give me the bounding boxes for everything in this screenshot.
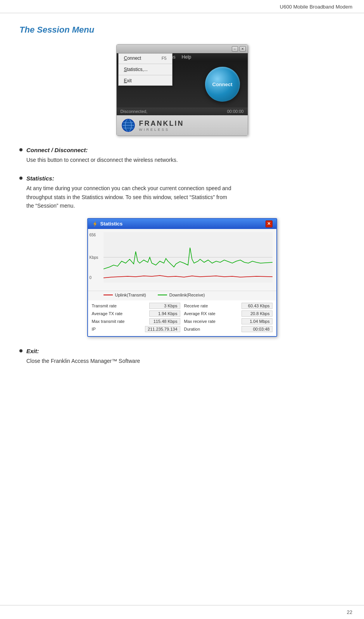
receive-rate-value: 60.43 Kbps [242, 303, 273, 309]
duration-label: Duration [184, 327, 200, 331]
page-footer: 22 [0, 605, 364, 619]
stats-titlebar: Statistics ✕ [88, 219, 276, 229]
franklin-sub: WIRELESS [139, 128, 184, 132]
ip-label: IP [92, 327, 96, 331]
menu-help[interactable]: Help [182, 54, 191, 60]
bullet-item-statistics: Statistics: [19, 175, 345, 182]
uplink-line-icon [104, 295, 113, 295]
chart-y-top: 656 [90, 233, 96, 237]
downlink-label: Downlink(Receive) [169, 293, 205, 297]
status-bar: Disconnected, 00:00:00 [117, 108, 248, 115]
bullet-connect: Connect / Disconnect: Use this button to… [19, 147, 345, 164]
page-header: U600 Mobile Broadband Modem [0, 0, 364, 13]
app-window: – ✕ Session Tools Options Help Connect F… [116, 44, 248, 136]
stats-title-left: Statistics [92, 221, 123, 227]
avg-rx-label: Average RX rate [184, 311, 216, 316]
max-rx-value: 1.04 Mbps [242, 318, 273, 324]
main-content: The Session Menu – ✕ Session Tools Optio… [0, 13, 364, 392]
section-title: The Session Menu [19, 25, 345, 35]
status-text: Disconnected, [121, 109, 148, 114]
bullet-dot-statistics [19, 177, 22, 180]
transmit-rate-label: Transmit rate [92, 303, 117, 308]
stats-cell-max-tx: Max transmit rate 115.48 Kbps [92, 318, 180, 324]
menubar-area: Session Tools Options Help Connect F5 St… [117, 53, 248, 61]
duration-value: 00:03:48 [242, 326, 273, 332]
minimize-button[interactable]: – [232, 46, 238, 52]
avg-tx-value: 1.94 Kbps [149, 310, 180, 317]
transmit-rate-value: 3 Kbps [149, 303, 180, 309]
chart-y-zero: 0 [90, 276, 92, 280]
legend-downlink: Downlink(Receive) [158, 293, 205, 297]
connect-label: Connect [124, 55, 141, 61]
menu-divider-1 [119, 64, 172, 64]
globe-icon [121, 118, 135, 132]
connect-shortcut: F5 [162, 56, 167, 61]
legend-uplink: Uplink(Transmit) [104, 293, 146, 297]
stats-row-3: IP 211.235.79.134 Duration 00:03:48 [92, 326, 273, 332]
stats-row-1: Average TX rate 1.94 Kbps Average RX rat… [92, 310, 273, 317]
menu-item-statistics[interactable]: Statistics,... [119, 65, 172, 74]
connect-button-label: Connect [212, 81, 233, 87]
connect-button[interactable]: Connect [205, 67, 240, 102]
stats-row-2: Max transmit rate 115.48 Kbps Max receiv… [92, 318, 273, 324]
stats-body-line2: throughput stats in the Statistics windo… [26, 194, 227, 200]
stats-cell-transmit-rate: Transmit rate 3 Kbps [92, 303, 180, 309]
app-screenshot-container: – ✕ Session Tools Options Help Connect F… [19, 44, 345, 136]
bullet-exit: Exit: Close the Franklin Access Manager™… [19, 348, 345, 365]
bullet-item-connect: Connect / Disconnect: [19, 147, 345, 153]
stats-cell-max-rx: Max receive rate 1.04 Mbps [184, 318, 273, 324]
uplink-label: Uplink(Transmit) [115, 293, 146, 297]
stats-window: Statistics ✕ 656 Kbps 0 [87, 218, 277, 337]
close-button[interactable]: ✕ [240, 46, 246, 52]
app-titlebar: – ✕ [117, 45, 248, 53]
stats-screenshot-container: Statistics ✕ 656 Kbps 0 [19, 218, 345, 337]
bullet-body-connect: Use this button to connect or disconnect… [26, 156, 345, 164]
statistics-label: Statistics,... [124, 67, 148, 72]
stats-window-title: Statistics [100, 221, 123, 227]
session-dropdown: Connect F5 Statistics,... Exit [118, 53, 173, 86]
stats-close-button[interactable]: ✕ [266, 220, 273, 227]
ip-value: 211.235.79.134 [145, 326, 180, 332]
stats-cell-avg-tx: Average TX rate 1.94 Kbps [92, 310, 180, 317]
menu-divider-2 [119, 75, 172, 75]
timer-text: 00:00:00 [227, 109, 244, 114]
menu-item-connect[interactable]: Connect F5 [119, 54, 172, 63]
receive-rate-label: Receive rate [184, 303, 208, 308]
stats-cell-duration: Duration 00:03:48 [184, 326, 273, 332]
stats-body-line1: At any time during your connection you c… [26, 185, 231, 191]
stats-icon [92, 221, 98, 227]
stats-table: Transmit rate 3 Kbps Receive rate 60.43 … [88, 300, 276, 336]
bullet-title-exit: Exit: [26, 348, 39, 354]
svg-marker-6 [93, 221, 97, 227]
bullet-body-statistics: At any time during your connection you c… [26, 184, 345, 210]
app-branding: FRANKLIN WIRELESS [117, 115, 248, 135]
exit-label: Exit [124, 78, 132, 83]
max-tx-value: 115.48 Kbps [149, 318, 180, 324]
max-rx-label: Max receive rate [184, 319, 216, 324]
bullet-dot-exit [19, 349, 22, 352]
menu-item-exit[interactable]: Exit [119, 76, 172, 85]
bullet-dot-connect [19, 148, 22, 151]
chart-svg [104, 232, 273, 283]
bullet-item-exit: Exit: [19, 348, 345, 354]
stats-cell-ip: IP 211.235.79.134 [92, 326, 180, 332]
chart-area: 656 Kbps 0 [88, 229, 276, 291]
max-tx-label: Max transmit rate [92, 319, 125, 324]
stats-body-line3: the “Session” menu. [26, 203, 75, 209]
page-number: 22 [347, 609, 352, 615]
downlink-line-icon [158, 295, 167, 295]
bullet-statistics: Statistics: At any time during your conn… [19, 175, 345, 336]
document-title: U600 Mobile Broadband Modem [280, 4, 352, 10]
stats-row-0: Transmit rate 3 Kbps Receive rate 60.43 … [92, 303, 273, 309]
franklin-branding: FRANKLIN WIRELESS [139, 120, 184, 132]
chart-y-kbps: Kbps [90, 255, 98, 260]
franklin-name: FRANKLIN [139, 120, 184, 128]
stats-cell-avg-rx: Average RX rate 20.8 Kbps [184, 310, 273, 317]
avg-rx-value: 20.8 Kbps [242, 310, 273, 317]
stats-cell-receive-rate: Receive rate 60.43 Kbps [184, 303, 273, 309]
bullet-body-exit: Close the Franklin Access Manager™ Softw… [26, 357, 345, 365]
avg-tx-label: Average TX rate [92, 311, 123, 316]
chart-legend: Uplink(Transmit) Downlink(Receive) [88, 291, 276, 300]
bullet-title-statistics: Statistics: [26, 175, 54, 182]
bullet-title-connect: Connect / Disconnect: [26, 147, 88, 153]
